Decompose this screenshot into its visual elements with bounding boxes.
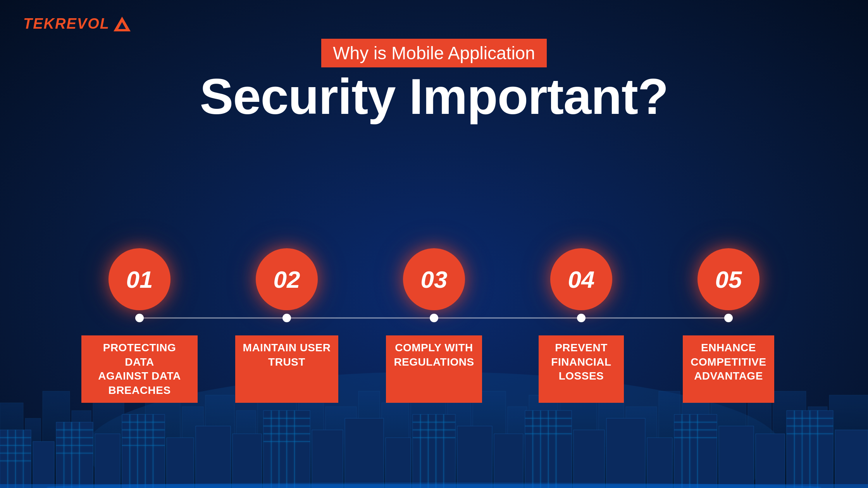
label-item-1: PROTECTING DATAAGAINST DATABREACHES (66, 335, 213, 403)
logo-text: TEKREVOL (23, 15, 110, 32)
timeline-dot-3 (430, 314, 438, 322)
label-box-5: ENHANCECOMPETITIVEADVANTAGE (683, 335, 774, 403)
label-box-3: COMPLY WITHREGULATIONS (386, 335, 482, 403)
label-item-5: ENHANCECOMPETITIVEADVANTAGE (655, 335, 802, 403)
timeline-line-wrapper (66, 312, 802, 324)
circle-item-5: 05 (655, 248, 802, 310)
timeline-dot-5 (724, 314, 733, 322)
label-item-2: MAINTAIN USERTRUST (213, 335, 360, 403)
number-circle-2: 02 (256, 248, 318, 310)
label-item-4: PREVENTFINANCIALLOSSES (508, 335, 655, 403)
header-area: Why is Mobile Application Security Impor… (200, 39, 668, 122)
logo-part1: TEK (23, 15, 55, 32)
circle-item-1: 01 (66, 248, 213, 310)
label-box-1: PROTECTING DATAAGAINST DATABREACHES (81, 335, 198, 403)
logo-triangle-icon (114, 17, 131, 31)
main-content: TEKREVOL Why is Mobile Application Secur… (0, 0, 868, 488)
circle-item-2: 02 (213, 248, 360, 310)
number-circle-3: 03 (403, 248, 465, 310)
label-item-3: COMPLY WITHREGULATIONS (360, 335, 508, 403)
label-box-2: MAINTAIN USERTRUST (235, 335, 339, 403)
circle-item-3: 03 (360, 248, 508, 310)
subtitle-bar: Why is Mobile Application (321, 39, 547, 67)
timeline-dot-4 (577, 314, 586, 322)
timeline-section: 01 02 03 04 05 (0, 248, 868, 403)
labels-row: PROTECTING DATAAGAINST DATABREACHES MAIN… (66, 335, 802, 403)
logo: TEKREVOL (23, 15, 131, 32)
timeline-dot-2 (282, 314, 291, 322)
circle-item-4: 04 (508, 248, 655, 310)
main-title: Security Important? (200, 71, 668, 122)
logo-part2: REVOL (55, 15, 110, 32)
number-circle-5: 05 (698, 248, 760, 310)
timeline-dot-1 (135, 314, 144, 322)
label-box-4: PREVENTFINANCIALLOSSES (539, 335, 624, 403)
number-circle-4: 04 (550, 248, 612, 310)
circles-row: 01 02 03 04 05 (66, 248, 802, 310)
number-circle-1: 01 (108, 248, 170, 310)
